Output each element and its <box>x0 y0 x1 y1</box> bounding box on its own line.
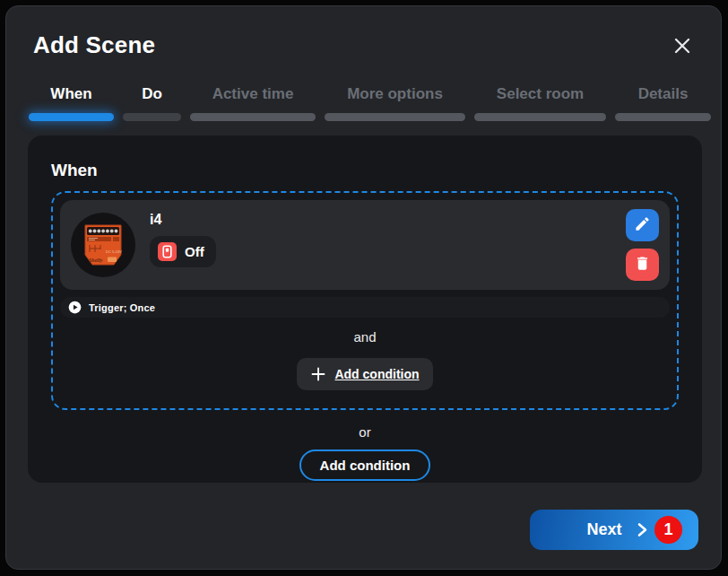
trigger-mode-row[interactable]: Trigger; Once <box>60 297 670 318</box>
when-section-card: When DC 5-2 <box>28 135 702 483</box>
tab-when-progress-bar <box>29 113 114 121</box>
next-button[interactable]: Next 1 <box>530 510 698 550</box>
add-and-condition-button[interactable]: Add condition <box>297 358 432 390</box>
when-heading: When <box>51 161 679 180</box>
trigger-device-row[interactable]: DC 5-24V Shelly i4 <box>60 200 670 290</box>
device-row-actions <box>626 209 659 281</box>
tab-details-progress-bar <box>615 113 711 121</box>
device-image: DC 5-24V Shelly <box>71 213 135 277</box>
click-indicator-badge: 1 <box>654 516 682 544</box>
next-button-label: Next <box>586 520 621 539</box>
close-icon <box>672 35 693 59</box>
trigger-condition-group: DC 5-24V Shelly i4 <box>51 191 679 410</box>
tab-more-options-progress-bar <box>325 113 465 121</box>
and-label: and <box>60 329 670 345</box>
device-status-pill: Off <box>150 236 216 267</box>
add-and-condition-label: Add condition <box>334 367 419 381</box>
device-status-label: Off <box>185 244 204 259</box>
switch-off-icon <box>158 242 177 261</box>
edit-trigger-button[interactable] <box>626 209 659 241</box>
add-or-condition-button[interactable]: Add condition <box>299 449 431 481</box>
tab-active-time-progress-bar <box>190 113 316 121</box>
play-icon <box>68 301 82 314</box>
dialog-title: Add Scene <box>33 31 155 59</box>
tab-details[interactable]: Details <box>615 85 711 121</box>
tab-select-room[interactable]: Select room <box>474 85 606 121</box>
trigger-mode-label: Trigger; Once <box>89 302 155 313</box>
trash-icon <box>634 255 651 275</box>
add-scene-dialog: Add Scene When Do Active time More optio… <box>5 5 722 570</box>
device-info: i4 Off <box>150 209 216 267</box>
tab-when[interactable]: When <box>29 85 114 121</box>
svg-text:Shelly: Shelly <box>89 257 103 263</box>
delete-trigger-button[interactable] <box>626 249 659 281</box>
or-label: or <box>51 424 679 440</box>
pencil-icon <box>634 215 651 235</box>
close-button[interactable] <box>669 33 696 60</box>
svg-text:DC 5-24V: DC 5-24V <box>106 249 122 254</box>
plus-icon <box>310 366 326 382</box>
chevron-right-icon <box>636 522 649 537</box>
tab-do[interactable]: Do <box>123 85 181 121</box>
wizard-step-tabs: When Do Active time More options Select … <box>29 85 711 121</box>
tab-select-room-progress-bar <box>474 113 606 121</box>
tab-active-time[interactable]: Active time <box>190 85 316 121</box>
tab-more-options[interactable]: More options <box>325 85 465 121</box>
device-name: i4 <box>150 212 216 228</box>
tab-do-progress-bar <box>123 113 181 121</box>
